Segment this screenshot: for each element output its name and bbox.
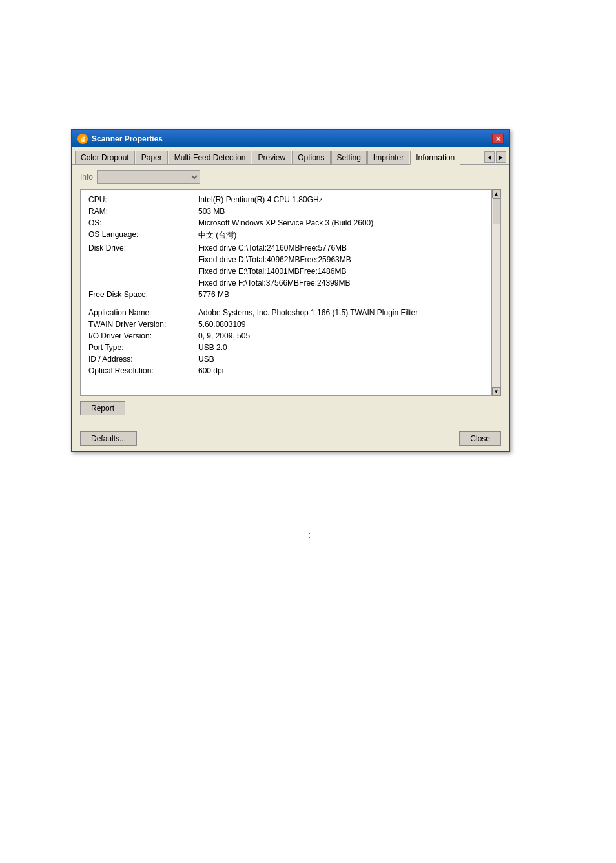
row-key: OS:	[86, 217, 196, 229]
row-key: ID / Address:	[86, 353, 196, 365]
table-row: Disk Drive: Fixed drive C:\Total:24160MB…	[86, 242, 495, 254]
row-value: Fixed drive E:\Total:14001MBFree:1486MB	[196, 265, 495, 277]
window-frame: 🖨 Scanner Properties ✕ Color Dropout Pap…	[71, 129, 510, 452]
tab-information[interactable]: Information	[410, 151, 460, 165]
row-value: Fixed drive F:\Total:37566MBFree:24399MB	[196, 277, 495, 289]
row-key: I/O Driver Version:	[86, 330, 196, 342]
info-dropdown[interactable]	[97, 170, 200, 184]
table-row: OS Language: 中文 (台灣)	[86, 229, 495, 242]
content-area: Info CPU: Intel(R) Pentium(R) 4 CPU 1.80…	[72, 165, 509, 426]
close-window-button[interactable]: ✕	[492, 134, 504, 144]
table-row: OS: Microsoft Windows XP Service Pack 3 …	[86, 217, 495, 229]
scroll-down-button[interactable]: ▼	[492, 387, 501, 396]
row-key	[86, 254, 196, 265]
row-key: Application Name:	[86, 307, 196, 318]
row-value: USB	[196, 353, 495, 365]
row-value: 503 MB	[196, 205, 495, 217]
row-value: Fixed drive C:\Total:24160MBFree:5776MB	[196, 242, 495, 254]
tab-color-dropout[interactable]: Color Dropout	[75, 151, 135, 164]
row-value: USB 2.0	[196, 342, 495, 353]
row-value: 5.60.0803109	[196, 318, 495, 330]
table-row: Fixed drive D:\Total:40962MBFree:25963MB	[86, 254, 495, 265]
info-table: CPU: Intel(R) Pentium(R) 4 CPU 1.80GHz R…	[86, 194, 495, 377]
table-row: TWAIN Driver Version: 5.60.0803109	[86, 318, 495, 330]
scanner-icon: 🖨	[77, 134, 88, 144]
row-value: 0, 9, 2009, 505	[196, 330, 495, 342]
defaults-button[interactable]: Defaults...	[80, 432, 137, 446]
tab-options[interactable]: Options	[292, 151, 330, 164]
table-row: Optical Resolution: 600 dpi	[86, 365, 495, 377]
window-title: Scanner Properties	[92, 134, 163, 143]
row-key: Optical Resolution:	[86, 365, 196, 377]
info-box-wrapper: CPU: Intel(R) Pentium(R) 4 CPU 1.80GHz R…	[80, 189, 501, 396]
report-button[interactable]: Report	[80, 401, 125, 415]
scanner-properties-dialog: 🖨 Scanner Properties ✕ Color Dropout Pap…	[71, 129, 510, 452]
scroll-thumb[interactable]	[493, 198, 500, 224]
tab-nav: ◄ ►	[484, 151, 506, 163]
row-key: Port Type:	[86, 342, 196, 353]
tab-setting[interactable]: Setting	[331, 151, 367, 164]
row-value: Microsoft Windows XP Service Pack 3 (Bui…	[196, 217, 495, 229]
row-value: Intel(R) Pentium(R) 4 CPU 1.80GHz	[196, 194, 495, 205]
row-key: TWAIN Driver Version:	[86, 318, 196, 330]
row-key: CPU:	[86, 194, 196, 205]
row-value: Fixed drive D:\Total:40962MBFree:25963MB	[196, 254, 495, 265]
table-row: Fixed drive F:\Total:37566MBFree:24399MB	[86, 277, 495, 289]
row-value: Adobe Systems, Inc. Photoshop 1.166 (1.5…	[196, 307, 495, 318]
title-bar: 🖨 Scanner Properties ✕	[72, 130, 509, 147]
scroll-track	[492, 198, 500, 387]
table-row: Fixed drive E:\Total:14001MBFree:1486MB	[86, 265, 495, 277]
info-dropdown-row: Info	[80, 170, 501, 184]
scroll-up-button[interactable]: ▲	[492, 189, 501, 198]
row-key: RAM:	[86, 205, 196, 217]
tab-imprinter[interactable]: Imprinter	[367, 151, 409, 164]
tab-next-button[interactable]: ►	[496, 151, 506, 163]
row-key: Free Disk Space:	[86, 289, 196, 300]
row-value: 中文 (台灣)	[196, 229, 495, 242]
table-row: Port Type: USB 2.0	[86, 342, 495, 353]
title-bar-left: 🖨 Scanner Properties	[77, 134, 163, 144]
table-row: I/O Driver Version: 0, 9, 2009, 505	[86, 330, 495, 342]
row-key: OS Language:	[86, 229, 196, 242]
row-value: 5776 MB	[196, 289, 495, 300]
table-row: CPU: Intel(R) Pentium(R) 4 CPU 1.80GHz	[86, 194, 495, 205]
colon-separator: :	[308, 530, 311, 540]
report-row: Report	[80, 396, 501, 421]
row-key	[86, 265, 196, 277]
table-row: RAM: 503 MB	[86, 205, 495, 217]
bottom-bar: Defaults... Close	[72, 426, 509, 451]
spacer-row	[86, 300, 495, 307]
row-value: 600 dpi	[196, 365, 495, 377]
row-key: Disk Drive:	[86, 242, 196, 254]
table-row: Application Name: Adobe Systems, Inc. Ph…	[86, 307, 495, 318]
close-button[interactable]: Close	[459, 432, 501, 446]
info-box: CPU: Intel(R) Pentium(R) 4 CPU 1.80GHz R…	[80, 189, 501, 396]
page-divider	[0, 34, 616, 34]
table-row: ID / Address: USB	[86, 353, 495, 365]
tab-bar: Color Dropout Paper Multi-Feed Detection…	[72, 147, 509, 165]
tab-multifeed[interactable]: Multi-Feed Detection	[169, 151, 252, 164]
vertical-scrollbar[interactable]: ▲ ▼	[491, 189, 500, 396]
info-label: Info	[80, 172, 93, 182]
tab-prev-button[interactable]: ◄	[484, 151, 495, 163]
row-key	[86, 277, 196, 289]
table-row: Free Disk Space: 5776 MB	[86, 289, 495, 300]
tab-paper[interactable]: Paper	[136, 151, 168, 164]
tab-preview[interactable]: Preview	[252, 151, 291, 164]
